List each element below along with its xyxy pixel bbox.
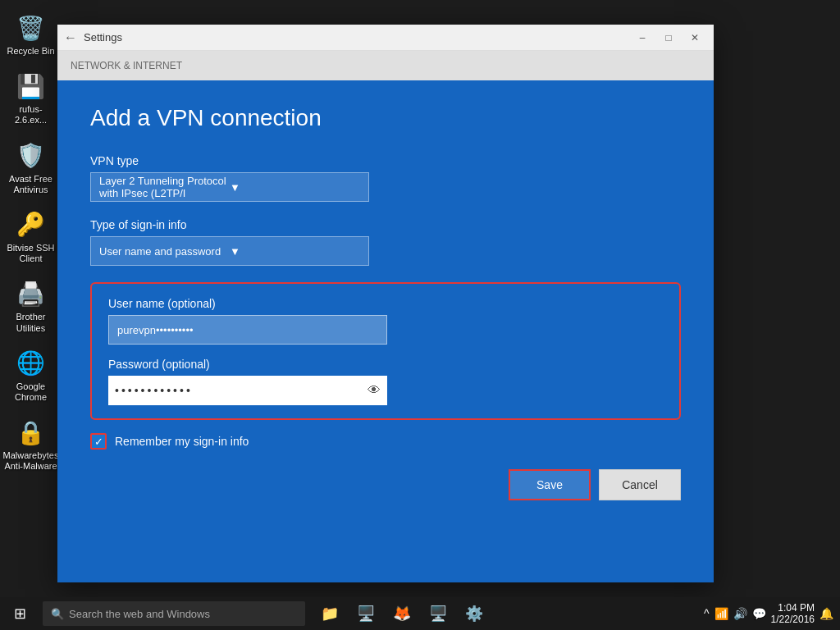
taskbar-pinned-icons: 📁 🖥️ 🦊 🖥️ ⚙️	[313, 597, 491, 630]
password-dots: ••••••••••••	[115, 384, 368, 397]
recycle-bin-label: Recycle Bin	[7, 46, 54, 57]
maximize-button[interactable]: □	[656, 29, 681, 47]
password-visibility-toggle[interactable]: 👁	[368, 383, 381, 398]
vpn-type-chevron-icon: ▼	[230, 181, 360, 194]
bitvise-label: Bitvise SSH Client	[6, 243, 57, 264]
taskbar-file-explorer-icon[interactable]: 📁	[313, 597, 346, 630]
desktop-icon-brother[interactable]: 🖨️ Brother Utilities	[2, 274, 60, 336]
avast-label: Avast Free Antivirus	[6, 174, 57, 195]
search-icon: 🔍	[51, 608, 64, 620]
remember-checkbox[interactable]: ✓	[90, 433, 107, 450]
taskbar-settings-icon[interactable]: ⚙️	[458, 597, 491, 630]
chrome-label: Google Chrome	[6, 381, 57, 403]
buttons-row: Save Cancel	[90, 469, 681, 500]
window-titlebar: ← Settings – □ ✕	[57, 25, 714, 51]
cancel-button[interactable]: Cancel	[599, 469, 681, 500]
save-button[interactable]: Save	[509, 469, 591, 500]
taskbar-firefox-icon[interactable]: 🦊	[386, 597, 418, 630]
window-top-strip: NETWORK & INTERNET	[57, 51, 714, 80]
rufus-icon: 💾	[15, 70, 48, 103]
sign-in-value: User name and password	[99, 245, 230, 258]
bitvise-icon: 🔑	[15, 208, 48, 241]
taskbar-monitor-icon[interactable]: 🖥️	[349, 597, 382, 630]
taskbar-tray: ^ 📶 🔊 💬 1:04 PM 1/22/2016 🔔	[704, 602, 840, 625]
vpn-type-section: VPN type Layer 2 Tunneling Protocol with…	[90, 154, 681, 202]
checkmark-icon: ✓	[94, 436, 103, 448]
username-label: User name (optional)	[108, 297, 663, 310]
start-button[interactable]: ⊞	[0, 597, 39, 630]
username-input[interactable]	[108, 315, 387, 345]
tray-network-icon[interactable]: 📶	[714, 607, 728, 620]
brother-label: Brother Utilities	[6, 312, 57, 333]
remember-row: ✓ Remember my sign-in info	[90, 433, 681, 450]
close-button[interactable]: ✕	[682, 29, 707, 47]
tray-notifications-icon[interactable]: 🔔	[819, 607, 833, 620]
recycle-bin-icon: 🗑️	[15, 11, 48, 44]
taskbar-clock[interactable]: 1:04 PM 1/22/2016	[771, 602, 815, 625]
password-label: Password (optional)	[108, 358, 663, 371]
sign-in-section: Type of sign-in info User name and passw…	[90, 218, 681, 266]
tray-arrow-icon[interactable]: ^	[704, 607, 710, 620]
sign-in-label: Type of sign-in info	[90, 218, 681, 231]
desktop-icon-bitvise[interactable]: 🔑 Bitvise SSH Client	[2, 205, 60, 267]
desktop: 🗑️ Recycle Bin 💾 rufus-2.6.ex... 🛡️ Avas…	[0, 0, 840, 630]
tray-message-icon[interactable]: 💬	[752, 607, 766, 620]
username-section: User name (optional)	[108, 297, 663, 358]
settings-window: ← Settings – □ ✕ NETWORK & INTERNET Add …	[57, 25, 714, 582]
malwarebytes-icon: 🔒	[15, 416, 48, 449]
search-placeholder: Search the web and Windows	[69, 608, 210, 620]
clock-date: 1/22/2016	[771, 614, 815, 625]
save-label: Save	[536, 478, 563, 491]
chrome-icon: 🌐	[15, 347, 48, 380]
remember-label: Remember my sign-in info	[115, 435, 249, 448]
tray-volume-icon[interactable]: 🔊	[733, 607, 747, 620]
avast-icon: 🛡️	[15, 139, 48, 172]
desktop-icons: 🗑️ Recycle Bin 💾 rufus-2.6.ex... 🛡️ Avas…	[0, 0, 62, 591]
sign-in-select[interactable]: User name and password ▼	[90, 236, 369, 266]
desktop-icon-rufus[interactable]: 💾 rufus-2.6.ex...	[2, 66, 60, 129]
page-title: Add a VPN connection	[90, 105, 681, 131]
taskbar: ⊞ 🔍 Search the web and Windows 📁 🖥️ 🦊 🖥️…	[0, 597, 840, 630]
top-strip-text: NETWORK & INTERNET	[71, 60, 182, 71]
window-title: Settings	[84, 31, 630, 43]
clock-time: 1:04 PM	[778, 602, 815, 614]
window-content: Add a VPN connection VPN type Layer 2 Tu…	[57, 80, 714, 582]
password-section: Password (optional) •••••••••••• 👁	[108, 358, 663, 405]
malwarebytes-label: Malwarebytes Anti-Malware	[3, 450, 59, 472]
window-controls: – □ ✕	[630, 29, 707, 47]
desktop-icon-recycle-bin[interactable]: 🗑️ Recycle Bin	[2, 8, 60, 60]
desktop-icon-avast[interactable]: 🛡️ Avast Free Antivirus	[2, 136, 60, 199]
start-icon: ⊞	[14, 605, 26, 623]
minimize-button[interactable]: –	[630, 29, 655, 47]
back-button[interactable]: ←	[64, 30, 77, 45]
cancel-label: Cancel	[622, 478, 658, 491]
vpn-type-select[interactable]: Layer 2 Tunneling Protocol with IPsec (L…	[90, 172, 369, 202]
sign-in-chevron-icon: ▼	[230, 245, 360, 258]
desktop-icon-chrome[interactable]: 🌐 Google Chrome	[2, 344, 60, 406]
rufus-label: rufus-2.6.ex...	[6, 104, 57, 126]
taskbar-search[interactable]: 🔍 Search the web and Windows	[43, 601, 305, 626]
vpn-type-value: Layer 2 Tunneling Protocol with IPsec (L…	[99, 175, 230, 199]
taskbar-teamviewer-icon[interactable]: 🖥️	[422, 597, 454, 630]
desktop-icon-malwarebytes[interactable]: 🔒 Malwarebytes Anti-Malware	[2, 413, 60, 475]
credentials-box: User name (optional) Password (optional)…	[90, 282, 681, 420]
password-input-wrap: •••••••••••• 👁	[108, 376, 387, 405]
vpn-type-label: VPN type	[90, 154, 681, 167]
brother-icon: 🖨️	[15, 277, 48, 310]
